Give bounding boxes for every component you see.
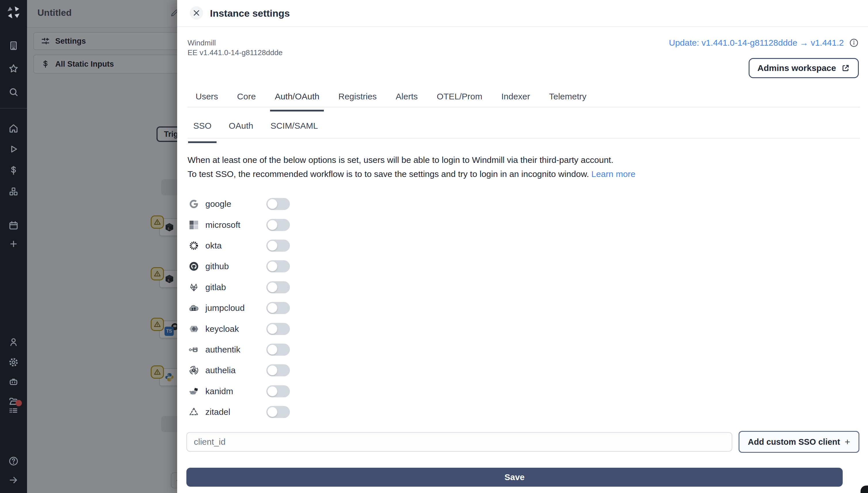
drawer-header: Instance settings: [177, 0, 868, 27]
provider-row-okta: okta: [189, 235, 290, 256]
kanidm-toggle[interactable]: [266, 385, 290, 397]
schedules-calendar-icon[interactable]: [8, 220, 19, 231]
gitlab-toggle[interactable]: [266, 281, 290, 293]
external-link-icon: [841, 64, 850, 72]
tab-core[interactable]: Core: [237, 91, 256, 107]
provider-label: kanidm: [205, 386, 233, 396]
tab-otel-prom[interactable]: OTEL/Prom: [437, 91, 482, 107]
authentik-toggle[interactable]: [266, 344, 290, 356]
tab-users[interactable]: Users: [196, 91, 218, 107]
microsoft-logo-icon: [189, 220, 199, 230]
settings-tabs: Users Core Auth/OAuth Registries Alerts …: [187, 91, 860, 107]
provider-row-jumpcloud: jumpcloud: [189, 298, 290, 318]
runs-play-icon[interactable]: [8, 144, 19, 154]
instance-settings-drawer: Instance settings Windmill EE v1.441.0-1…: [177, 0, 868, 493]
jumpcloud-logo-icon: [189, 303, 199, 313]
sso-description-line1: When at least one of the below options i…: [187, 153, 635, 167]
authelia-logo-icon: [189, 365, 199, 376]
home-icon[interactable]: [8, 123, 19, 134]
close-icon[interactable]: [190, 6, 203, 20]
provider-row-keycloak: keycloak: [189, 318, 290, 339]
auth-subtabs: SSO OAuth SCIM/SAML: [187, 119, 860, 138]
github-logo-icon: [189, 261, 199, 272]
okta-toggle[interactable]: [266, 240, 290, 252]
drawer-title: Instance settings: [210, 0, 290, 26]
sidebar: [0, 0, 27, 493]
provider-row-google: google: [189, 194, 290, 214]
windmill-logo-icon: [6, 5, 21, 20]
provider-row-zitadel: zitadel: [189, 402, 290, 422]
provider-label: microsoft: [205, 220, 240, 230]
add-custom-sso-button[interactable]: Add custom SSO client +: [739, 431, 860, 453]
settings-gear-icon[interactable]: [8, 357, 19, 368]
apps-building-icon[interactable]: [8, 40, 19, 51]
custom-sso-row: Add custom SSO client +: [186, 431, 860, 453]
resources-cubes-icon[interactable]: [8, 186, 19, 197]
learn-more-link[interactable]: Learn more: [591, 169, 635, 179]
provider-row-authelia: authelia: [189, 360, 290, 381]
kanidm-logo-icon: [189, 386, 199, 396]
tab-telemetry[interactable]: Telemetry: [549, 91, 586, 107]
corner-widget: [861, 486, 868, 493]
provider-label: zitadel: [205, 407, 230, 417]
add-plus-icon[interactable]: [8, 238, 19, 249]
provider-label: google: [205, 199, 231, 209]
search-icon[interactable]: [8, 87, 19, 98]
queue-list-icon[interactable]: [8, 405, 19, 416]
sidebar-divider: [0, 108, 27, 109]
variables-dollar-icon[interactable]: [8, 165, 19, 176]
okta-logo-icon: [189, 240, 199, 251]
collapse-arrow-icon[interactable]: [8, 475, 19, 486]
tab-auth-oauth[interactable]: Auth/OAuth: [275, 91, 319, 107]
version-info: Windmill EE v1.441.0-14-g81128ddde: [187, 38, 283, 58]
provider-label: authentik: [205, 345, 240, 355]
admins-workspace-button[interactable]: Admins workspace: [749, 58, 859, 78]
github-toggle[interactable]: [266, 260, 290, 272]
subtab-sso[interactable]: SSO: [193, 119, 211, 138]
google-logo-icon: [189, 199, 199, 209]
tab-indexer[interactable]: Indexer: [501, 91, 530, 107]
provider-row-microsoft: microsoft: [189, 214, 290, 235]
tab-registries[interactable]: Registries: [338, 91, 377, 107]
google-toggle[interactable]: [266, 198, 290, 210]
update-link[interactable]: Update: v1.441.0-14-g81128ddde → v1.441.…: [669, 38, 844, 48]
workers-robot-icon[interactable]: [8, 377, 19, 387]
provider-row-authentik: authentik: [189, 339, 290, 360]
tab-alerts[interactable]: Alerts: [396, 91, 418, 107]
favorites-star-icon[interactable]: [8, 63, 19, 74]
user-person-icon[interactable]: [8, 337, 19, 348]
zitadel-logo-icon: [189, 407, 199, 417]
subtab-scim-saml[interactable]: SCIM/SAML: [270, 119, 318, 138]
authentik-logo-icon: [189, 344, 199, 355]
provider-label: authelia: [205, 365, 236, 375]
update-row: Update: v1.441.0-14-g81128ddde → v1.441.…: [669, 38, 859, 48]
provider-label: keycloak: [205, 324, 239, 334]
microsoft-toggle[interactable]: [266, 219, 290, 231]
provider-label: jumpcloud: [205, 303, 245, 313]
keycloak-logo-icon: [189, 324, 199, 334]
subtab-oauth[interactable]: OAuth: [229, 119, 253, 138]
product-name: Windmill: [187, 38, 283, 48]
zitadel-toggle[interactable]: [266, 406, 290, 418]
help-question-icon[interactable]: [8, 456, 19, 467]
windmill-app: Untitled Settings All Static Inputs Trig…: [0, 0, 868, 493]
client-id-input[interactable]: [186, 432, 732, 452]
plus-icon: +: [845, 437, 850, 447]
info-icon[interactable]: [849, 38, 859, 48]
authelia-toggle[interactable]: [266, 364, 290, 377]
notification-dot: [16, 400, 22, 406]
sso-description: When at least one of the below options i…: [187, 153, 635, 181]
provider-label: okta: [205, 241, 222, 251]
version-string: EE v1.441.0-14-g81128ddde: [187, 48, 283, 58]
provider-label: github: [205, 261, 229, 271]
jumpcloud-toggle[interactable]: [266, 302, 290, 314]
provider-row-github: github: [189, 256, 290, 277]
save-button[interactable]: Save: [186, 468, 843, 487]
gitlab-logo-icon: [189, 282, 199, 293]
provider-row-gitlab: gitlab: [189, 277, 290, 298]
sso-providers-list: google microsoft okta github gitlab: [189, 194, 290, 422]
provider-label: gitlab: [205, 282, 226, 292]
keycloak-toggle[interactable]: [266, 323, 290, 335]
admins-workspace-label: Admins workspace: [758, 63, 836, 73]
add-custom-sso-label: Add custom SSO client: [748, 437, 840, 447]
